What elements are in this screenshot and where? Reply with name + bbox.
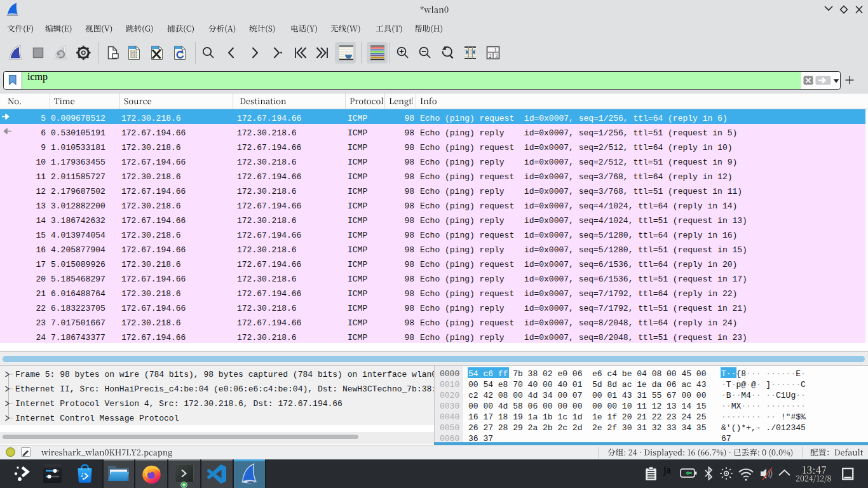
svg-text:1: 1 (494, 47, 496, 53)
svg-text:2: 2 (489, 53, 491, 59)
svg-text:0101: 0101 (130, 55, 137, 58)
svg-text:3: 3 (495, 53, 498, 59)
